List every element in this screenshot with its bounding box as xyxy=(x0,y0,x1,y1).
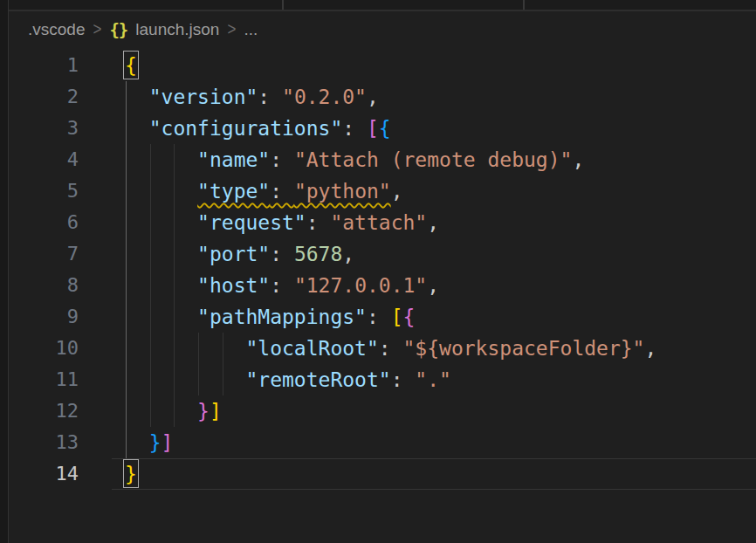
code-token: : xyxy=(367,306,391,328)
code-token xyxy=(125,368,245,391)
code-token: : xyxy=(270,148,294,171)
line-number-10[interactable]: 10 xyxy=(9,333,79,364)
code-line-7[interactable]: "port": 5678, xyxy=(125,238,354,270)
line-number-11[interactable]: 11 xyxy=(9,364,79,395)
code-token xyxy=(125,117,149,140)
line-number-13[interactable]: 13 xyxy=(9,427,79,458)
code-token: : xyxy=(391,368,416,391)
line-number-4[interactable]: 4 xyxy=(9,144,79,175)
line-number-14[interactable]: 14 xyxy=(9,458,79,490)
code-token: [ xyxy=(367,117,379,140)
bracket-match-box xyxy=(123,51,139,79)
line-number-9[interactable]: 9 xyxy=(9,301,79,333)
code-token: , xyxy=(367,86,379,108)
line-number-1[interactable]: 1 xyxy=(9,50,79,81)
code-line-13[interactable]: }] xyxy=(125,427,173,458)
warning-squiggle: "type": "python" xyxy=(197,180,391,203)
code-token: } xyxy=(197,400,210,423)
code-token: "Attach (remote debug)" xyxy=(294,148,573,171)
code-token xyxy=(125,337,245,360)
code-token: "." xyxy=(415,368,451,391)
code-token: { xyxy=(379,117,391,140)
code-token xyxy=(125,431,149,454)
code-token xyxy=(125,86,149,108)
code-token: : xyxy=(270,243,294,265)
code-line-10[interactable]: "localRoot": "${workspaceFolder}", xyxy=(125,333,656,364)
code-token: , xyxy=(572,148,584,171)
code-token: "pathMappings" xyxy=(197,306,367,328)
code-line-3[interactable]: "configurations": [{ xyxy=(125,113,391,144)
code-token: "attach" xyxy=(330,211,427,234)
code-token xyxy=(125,274,197,297)
line-number-2[interactable]: 2 xyxy=(9,81,79,113)
code-token: ] xyxy=(210,400,222,423)
code-token: "python" xyxy=(294,180,391,203)
code-token: "request" xyxy=(197,211,306,234)
line-number-8[interactable]: 8 xyxy=(9,270,79,301)
code-token: "name" xyxy=(197,148,270,171)
code-line-9[interactable]: "pathMappings": [{ xyxy=(125,301,415,333)
code-token: : xyxy=(342,117,367,140)
code-token: : xyxy=(306,211,331,234)
code-token xyxy=(125,306,197,328)
code-token: : xyxy=(270,180,294,203)
code-token: [ xyxy=(391,306,403,328)
code-token: , xyxy=(391,180,403,203)
code-line-12[interactable]: }] xyxy=(125,395,222,427)
code-token: : xyxy=(270,274,294,297)
code-token: "127.0.0.1" xyxy=(294,274,427,297)
line-number-3[interactable]: 3 xyxy=(9,113,79,144)
code-token: , xyxy=(342,243,354,265)
code-line-6[interactable]: "request": "attach", xyxy=(125,207,439,238)
code-token: "port" xyxy=(197,243,270,265)
line-number-5[interactable]: 5 xyxy=(9,175,79,207)
code-token: ] xyxy=(162,431,174,454)
code-token xyxy=(125,211,197,234)
code-token: 5678 xyxy=(294,243,342,265)
code-token: : xyxy=(258,86,282,108)
vscode-editor-window: .vscode>{}launch.json>... 12345678910111… xyxy=(0,0,756,543)
code-token: "configurations" xyxy=(149,117,343,140)
code-token: { xyxy=(403,306,416,328)
line-number-7[interactable]: 7 xyxy=(9,238,79,270)
bracket-match-box xyxy=(123,459,139,488)
code-line-4[interactable]: "name": "Attach (remote debug)", xyxy=(125,144,584,175)
editor-group-left-edge xyxy=(0,0,9,543)
code-line-5[interactable]: "type": "python", xyxy=(125,175,403,207)
code-line-2[interactable]: "version": "0.2.0", xyxy=(125,81,379,113)
code-editor[interactable]: 1234567891011121314 { "version": "0.2.0"… xyxy=(9,0,756,543)
code-token: } xyxy=(149,431,162,454)
line-number-6[interactable]: 6 xyxy=(9,207,79,238)
code-token: "type" xyxy=(197,180,270,203)
code-token: "remoteRoot" xyxy=(245,368,390,391)
code-token: "version" xyxy=(149,86,258,108)
code-token xyxy=(125,148,197,171)
code-token: , xyxy=(644,337,656,360)
line-number-12[interactable]: 12 xyxy=(9,395,79,427)
code-token: "host" xyxy=(197,274,270,297)
code-token: "${workspaceFolder}" xyxy=(403,337,645,360)
code-token: , xyxy=(427,274,439,297)
code-token xyxy=(125,243,197,265)
current-line-highlight xyxy=(112,458,756,490)
code-token xyxy=(125,400,197,423)
code-line-11[interactable]: "remoteRoot": "." xyxy=(125,364,451,395)
code-token: "0.2.0" xyxy=(282,86,367,108)
code-token: , xyxy=(427,211,439,234)
code-token: : xyxy=(379,337,403,360)
code-line-8[interactable]: "host": "127.0.0.1", xyxy=(125,270,439,301)
code-token xyxy=(125,180,197,203)
code-token: "localRoot" xyxy=(245,337,378,360)
